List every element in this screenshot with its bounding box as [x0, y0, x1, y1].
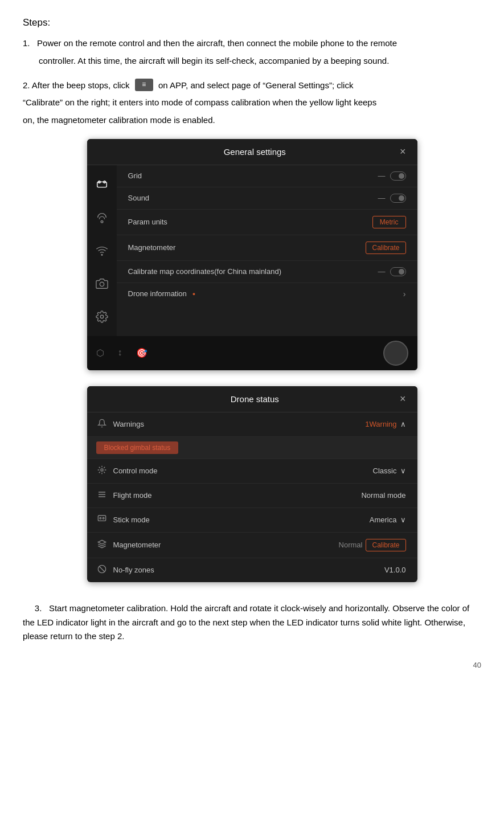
warnings-left: Warnings — [96, 419, 144, 430]
nofly-label: No-fly zones — [113, 566, 154, 574]
warning-count: 1Warning — [365, 420, 396, 428]
drone-warnings-row[interactable]: Warnings 1Warning ∧ — [87, 412, 417, 437]
sidebar-icon-drone[interactable] — [92, 174, 112, 195]
calibrate-map-label: Calibrate map coordinates(for China main… — [128, 267, 282, 276]
control-mode-right: Classic ∨ — [373, 467, 406, 475]
calibrate-map-dash: — — [378, 267, 386, 276]
metric-button[interactable]: Metric — [372, 216, 406, 228]
stick-mode-label: Stick mode — [113, 516, 150, 524]
sidebar-icons — [87, 165, 117, 336]
general-settings-footer: ⬡ ↕ 🎯 — [87, 336, 417, 370]
svg-point-6 — [100, 315, 104, 318]
stick-mode-right: America ∨ — [370, 516, 406, 524]
sidebar-icon-wifi[interactable] — [92, 240, 112, 261]
drone-stick-mode-row[interactable]: Stick mode America ∨ — [87, 508, 417, 533]
general-settings-body: Grid — Sound — Param units — [87, 165, 417, 336]
nofly-left: No-fly zones — [96, 565, 154, 576]
step1-text2: controller. At this time, the aircraft w… — [23, 54, 481, 68]
general-settings-header: General settings × — [87, 139, 417, 165]
stick-mode-left: Stick mode — [96, 514, 150, 526]
stick-mode-icon — [96, 514, 108, 526]
calibrate-map-value: — — [378, 267, 406, 276]
screenshots-container: General settings × — [23, 139, 481, 588]
grid-label: Grid — [128, 171, 142, 180]
blocked-gimbal-tag: Blocked gimbal status — [96, 441, 179, 454]
footer-icon1: ⬡ — [96, 347, 104, 358]
menu-icon: ≡ — [135, 79, 153, 91]
svg-line-16 — [99, 566, 104, 571]
svg-point-3 — [101, 220, 103, 223]
magnetometer-value: Calibrate — [366, 242, 405, 254]
magnetometer-row-icon — [96, 539, 108, 551]
control-mode-label: Control mode — [113, 467, 158, 475]
svg-point-12 — [100, 517, 101, 519]
svg-point-7 — [101, 469, 103, 471]
flight-mode-right: Normal mode — [361, 491, 405, 500]
settings-row-grid: Grid — — [117, 165, 417, 187]
svg-rect-11 — [98, 516, 105, 521]
drone-info-left: Drone information ● — [128, 289, 196, 298]
nofly-right: V1.0.0 — [384, 566, 406, 574]
param-units-label: Param units — [128, 218, 167, 226]
sidebar-icon-controller[interactable] — [92, 207, 112, 228]
sound-value: — — [378, 194, 406, 203]
sound-toggle[interactable] — [390, 194, 406, 203]
flight-mode-value: Normal mode — [361, 491, 405, 500]
sidebar-icon-settings[interactable] — [92, 306, 112, 327]
flight-mode-icon — [96, 490, 108, 501]
settings-row-drone-info[interactable]: Drone information ● › — [117, 283, 417, 305]
control-mode-value: Classic — [373, 467, 397, 475]
nofly-value: V1.0.0 — [384, 566, 406, 574]
control-mode-chevron: ∨ — [400, 467, 406, 475]
stick-mode-chevron: ∨ — [400, 516, 406, 524]
sidebar-icon-camera[interactable] — [92, 273, 112, 294]
magnetometer-row-left: Magnetometer — [96, 539, 161, 551]
drone-nofly-row: No-fly zones V1.0.0 — [87, 558, 417, 582]
footer-icon3: 🎯 — [136, 347, 147, 358]
control-mode-left: Control mode — [96, 465, 158, 477]
sound-dash: — — [378, 194, 386, 202]
grid-toggle[interactable] — [390, 171, 406, 181]
drone-status-header: Drone status × — [87, 386, 417, 412]
close-icon[interactable]: × — [400, 146, 406, 158]
flight-mode-label: Flight mode — [113, 491, 152, 500]
calibrate-button[interactable]: Calibrate — [366, 242, 405, 254]
step-2-text: 2. After the beep stops, click ≡ on APP,… — [23, 79, 481, 128]
general-settings-modal: General settings × — [87, 139, 417, 370]
step2-prefix: 2. After the beep stops, click — [23, 79, 130, 93]
step2-text2: “Calibrate” on the right; it enters into… — [23, 96, 481, 110]
joystick-control[interactable] — [383, 341, 408, 366]
drone-status-close-icon[interactable]: × — [400, 393, 406, 405]
grid-value: — — [378, 171, 406, 181]
step-1: 1. Power on the remote control and then … — [23, 36, 481, 68]
step-3: 3. Start magnetometer calibration. Hold … — [23, 602, 481, 644]
nofly-icon — [96, 565, 108, 576]
magnetometer-calibrate-button[interactable]: Calibrate — [366, 539, 405, 551]
settings-list: Grid — Sound — Param units — [117, 165, 417, 336]
drone-info-chevron: › — [403, 289, 406, 298]
drone-info-label: Drone information — [128, 289, 187, 298]
drone-magnetometer-row: Magnetometer Normal Calibrate — [87, 533, 417, 558]
drone-flight-mode-row: Flight mode Normal mode — [87, 484, 417, 508]
warnings-right: 1Warning ∧ — [365, 420, 405, 428]
warnings-expanded: Blocked gimbal status — [87, 437, 417, 459]
drone-status-title: Drone status — [110, 394, 400, 404]
warnings-icon — [96, 419, 108, 430]
footer-icon2: ↕ — [118, 347, 122, 358]
drone-control-mode-row[interactable]: Control mode Classic ∨ — [87, 459, 417, 484]
magnetometer-row-right: Normal Calibrate — [339, 539, 406, 551]
svg-point-13 — [103, 517, 104, 519]
magnetometer-row-label: Magnetometer — [113, 541, 161, 549]
general-settings-title: General settings — [110, 147, 400, 157]
step2-middle: on APP, and select page of “General Sett… — [158, 79, 353, 93]
settings-row-param-units: Param units Metric — [117, 210, 417, 235]
sound-label: Sound — [128, 194, 150, 202]
settings-row-magnetometer: Magnetometer Calibrate — [117, 235, 417, 261]
param-units-value: Metric — [372, 216, 406, 228]
step1-number: 1. — [23, 38, 30, 48]
grid-dash: — — [378, 171, 386, 180]
calibrate-map-toggle[interactable] — [390, 267, 406, 276]
step2-text3: on, the magnetometer calibration mode is… — [23, 113, 481, 128]
step3-text: Start magnetometer calibration. Hold the… — [23, 603, 469, 641]
step1-text1: Power on the remote control and then the… — [37, 38, 397, 48]
